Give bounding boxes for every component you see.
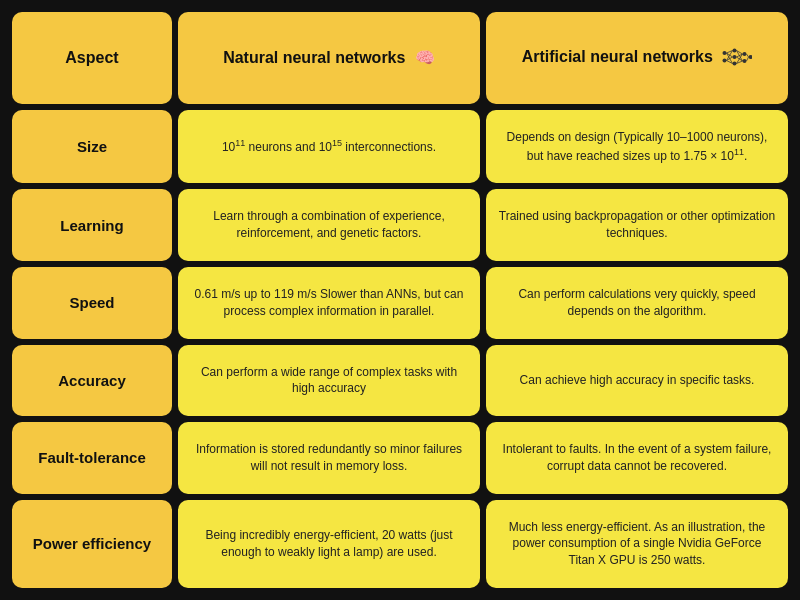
svg-point-6 [743, 59, 747, 63]
brain-icon: 🧠 [415, 48, 435, 67]
artificial-accuracy: Can achieve high accuracy in specific ta… [486, 345, 788, 417]
natural-speed: 0.61 m/s up to 119 m/s Slower than ANNs,… [178, 267, 480, 339]
artificial-power-efficiency: Much less energy-efficient. As an illust… [486, 500, 788, 588]
natural-learning: Learn through a combination of experienc… [178, 189, 480, 261]
artificial-size: Depends on design (Typically 10–1000 neu… [486, 110, 788, 184]
artificial-learning: Trained using backpropagation or other o… [486, 189, 788, 261]
natural-size: 1011 neurons and 1015 interconnections. [178, 110, 480, 184]
aspect-learning: Learning [12, 189, 172, 261]
network-icon [722, 48, 752, 68]
svg-point-5 [743, 52, 747, 56]
svg-line-20 [747, 54, 749, 57]
svg-line-21 [747, 57, 749, 61]
aspect-size: Size [12, 110, 172, 184]
svg-point-1 [723, 58, 727, 62]
svg-point-2 [733, 48, 737, 52]
natural-power-efficiency: Being incredibly energy-efficient, 20 wa… [178, 500, 480, 588]
header-aspect: Aspect [12, 12, 172, 104]
artificial-speed: Can perform calculations very quickly, s… [486, 267, 788, 339]
header-natural: Natural neural networks 🧠 [178, 12, 480, 104]
aspect-speed: Speed [12, 267, 172, 339]
header-artificial: Artificial neural networks [486, 12, 788, 104]
natural-accuracy: Can perform a wide range of complex task… [178, 345, 480, 417]
svg-point-0 [723, 51, 727, 55]
header-natural-label: Natural neural networks 🧠 [223, 48, 435, 67]
aspect-power-efficiency: Power efficiency [12, 500, 172, 588]
svg-point-3 [733, 55, 737, 59]
table-grid: Aspect Natural neural networks 🧠 Artific… [12, 12, 788, 588]
aspect-accuracy: Accuracy [12, 345, 172, 417]
svg-point-4 [733, 61, 737, 65]
comparison-table: Aspect Natural neural networks 🧠 Artific… [0, 0, 800, 600]
header-artificial-label: Artificial neural networks [522, 48, 753, 68]
header-aspect-label: Aspect [65, 49, 118, 67]
natural-fault-tolerance: Information is stored redundantly so min… [178, 422, 480, 494]
aspect-fault-tolerance: Fault-tolerance [12, 422, 172, 494]
artificial-fault-tolerance: Intolerant to faults. In the event of a … [486, 422, 788, 494]
